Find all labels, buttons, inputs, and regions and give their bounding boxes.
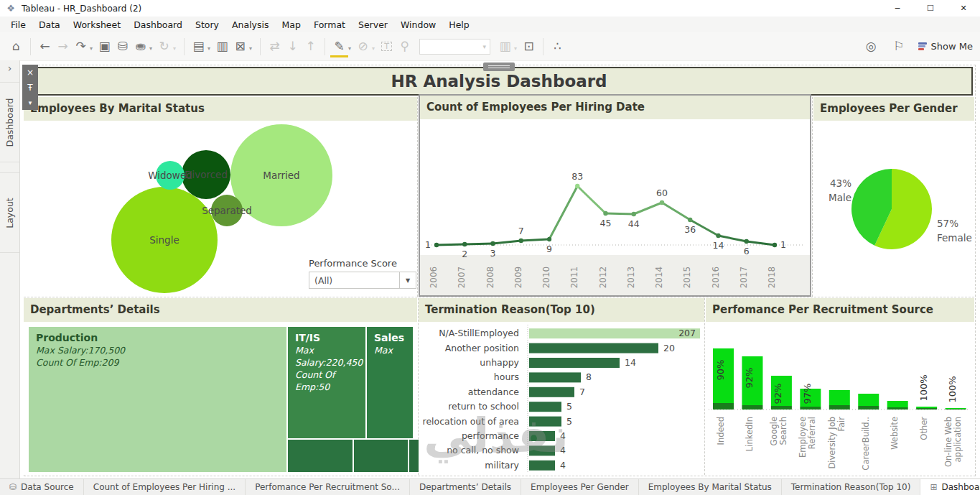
performance-score-dropdown[interactable]: (All) ▼ (309, 272, 416, 289)
clear-sheet-icon[interactable]: ⊠ (231, 37, 249, 57)
fit-caret-icon[interactable]: ▾ (514, 45, 517, 52)
redo-icon[interactable]: ↷ (72, 37, 90, 57)
save-icon[interactable]: ▣ (95, 37, 113, 57)
run-auto-updates-icon[interactable]: ↻ (155, 37, 173, 57)
forward-icon[interactable]: → (54, 37, 72, 57)
sheet-tab-departments-details[interactable]: Departments’ Details (410, 479, 521, 495)
text-label-icon[interactable]: T (378, 37, 396, 57)
svg-text:Other: Other (919, 417, 929, 440)
pause-auto-updates-icon[interactable]: ⛂ (131, 37, 149, 57)
toolbar: ⌂←→↷▾▣⛁⛂▾↻▾▤▾▥⊠▾⇄↓↑✎▾⊘▾T⚲▾▥▾⊡∴◎⚐Show Me (0, 32, 980, 61)
zone-drag-handle[interactable] (483, 63, 515, 71)
svg-text:5: 5 (566, 416, 572, 427)
sheet-tab-dashboard-1[interactable]: ⊞Dashboard 1 (920, 479, 980, 495)
show-me-button[interactable]: Show Me (918, 41, 973, 52)
run-auto-updates-caret-icon[interactable]: ▾ (173, 45, 176, 52)
svg-text:7: 7 (518, 226, 524, 236)
zone-pin-icon[interactable]: Ŧ (22, 80, 38, 95)
treemap-node-sales[interactable]: SalesMax (367, 327, 413, 438)
sheet-tab-label: Count of Employees Per Hiring ... (93, 482, 235, 492)
svg-text:100%: 100% (947, 376, 958, 402)
pin-icon[interactable]: ⚲ (396, 37, 414, 57)
svg-text:44: 44 (628, 218, 640, 229)
recruitment-bar-chart[interactable]: 90%Indeed92%LinkedIn92%GoogleSearch97%Em… (706, 322, 974, 475)
svg-text:207: 207 (678, 328, 696, 338)
pause-auto-updates-caret-icon[interactable]: ▾ (149, 45, 152, 52)
sheet-tab-count-of-employees-per-hiring[interactable]: Count of Employees Per Hiring ... (84, 479, 246, 495)
maximize-window-button[interactable]: ☐ (914, 0, 947, 17)
home-icon[interactable]: ⌂ (7, 37, 25, 57)
new-worksheet-icon[interactable]: ▤ (190, 37, 207, 57)
menu-help[interactable]: Help (442, 17, 476, 32)
highlight-icon[interactable]: ✎ (330, 37, 348, 57)
menu-worksheet[interactable]: Worksheet (67, 17, 127, 32)
new-worksheet-caret-icon[interactable]: ▾ (207, 45, 210, 52)
svg-text:2016: 2016 (711, 267, 721, 289)
zone-divider-top-left (417, 97, 418, 297)
treemap-node[interactable] (288, 440, 353, 472)
gender-pie-chart[interactable]: 43%Male57%Female (813, 121, 974, 297)
badge-icon[interactable]: ◎ (862, 37, 880, 57)
svg-text:relocation out of area: relocation out of area (423, 416, 519, 427)
show-hide-cards-icon[interactable]: ⚐ (890, 37, 908, 57)
menu-analysis[interactable]: Analysis (225, 17, 276, 32)
treemap-node-production[interactable]: ProductionMax Salary:170,500Count Of Emp… (29, 327, 286, 472)
format-attach-icon[interactable]: ⊘ (354, 37, 372, 57)
toolbar-separator (30, 38, 31, 55)
swap-rows-columns-icon[interactable]: ⇄ (266, 37, 284, 57)
zone-close-icon[interactable]: × (22, 65, 38, 80)
sheet-tab-perfomance-per-recruitment-so[interactable]: Perfomance Per Recruitment So... (246, 479, 410, 495)
duplicate-sheet-icon[interactable]: ▥ (213, 37, 231, 57)
back-icon[interactable]: ← (36, 37, 54, 57)
svg-text:2008: 2008 (485, 267, 495, 289)
sheet-tab-termination-reason-top-10[interactable]: Termination Reason(Top 10) (782, 479, 921, 495)
treemap-node-it-is[interactable]: IT/ISMaxSalary:220,450Count Of Emp:50 (288, 327, 365, 438)
treemap-node-detail: Count Of Emp:209 (36, 357, 279, 369)
redo-caret-icon[interactable]: ▾ (90, 45, 93, 52)
svg-text:2015: 2015 (682, 267, 692, 289)
sheet-tab-data-source[interactable]: ⛁Data Source (0, 479, 84, 495)
treemap-node[interactable] (354, 440, 408, 472)
pane-tab-layout[interactable]: Layout (0, 172, 19, 253)
sort-ascending-icon[interactable]: ↓ (284, 37, 302, 57)
menu-format[interactable]: Format (307, 17, 352, 32)
zone-more-icon[interactable]: ▾ (22, 95, 38, 110)
menu-window[interactable]: Window (394, 17, 442, 32)
svg-text:100%: 100% (918, 374, 929, 401)
sheet-tab-employees-by-marital-status[interactable]: Employees By Marital Status (639, 479, 782, 495)
svg-text:83: 83 (571, 171, 583, 182)
clear-sheet-caret-icon[interactable]: ▾ (249, 45, 252, 52)
sheet-tab-label: Data Source (21, 482, 74, 492)
new-data-source-icon[interactable]: ⛁ (113, 37, 131, 57)
menu-story[interactable]: Story (189, 17, 225, 32)
fit-icon[interactable]: ▥ (496, 37, 514, 57)
dashboard-title[interactable]: HR Analysis Dashboard (25, 67, 973, 96)
svg-text:Indeed: Indeed (716, 417, 726, 445)
menu-dashboard[interactable]: Dashboard (127, 17, 189, 32)
expand-pane-button[interactable]: › (0, 60, 19, 76)
menu-map[interactable]: Map (276, 17, 307, 32)
menu-server[interactable]: Server (352, 17, 394, 32)
hiring-line-chart[interactable]: 1237983454460361461200620072008200920102… (420, 121, 810, 295)
share-icon[interactable]: ∴ (549, 37, 566, 57)
chevron-down-icon[interactable]: ▼ (399, 272, 416, 288)
show-me-icon (918, 42, 927, 50)
presentation-mode-icon[interactable]: ⊡ (520, 37, 538, 57)
minimize-window-button[interactable]: ─ (881, 0, 914, 17)
toolbar-combo-box[interactable]: ▾ (419, 39, 490, 55)
termination-bar-chart[interactable]: N/A-StillEmployed207Another position20un… (419, 322, 704, 475)
pane-tab-dashboard[interactable]: Dashboard (0, 82, 19, 162)
menu-data[interactable]: Data (32, 17, 67, 32)
menu-file[interactable]: File (4, 17, 32, 32)
close-window-button[interactable]: ✕ (947, 0, 980, 17)
zone-floating-toolbar: × Ŧ ▾ (22, 65, 38, 110)
departments-treemap[interactable]: ProductionMax Salary:170,500Count Of Emp… (24, 298, 417, 475)
sort-descending-icon[interactable]: ↑ (302, 37, 319, 57)
svg-text:6: 6 (744, 246, 750, 256)
highlight-caret-icon[interactable]: ▾ (348, 45, 351, 52)
svg-text:CareerBuild..: CareerBuild.. (861, 417, 871, 471)
data-source-icon: ⛁ (9, 482, 17, 492)
svg-text:2011: 2011 (569, 267, 579, 289)
sheet-tab-employees-per-gender[interactable]: Employees Per Gender (521, 479, 639, 495)
format-attach-caret-icon[interactable]: ▾ (372, 45, 375, 52)
